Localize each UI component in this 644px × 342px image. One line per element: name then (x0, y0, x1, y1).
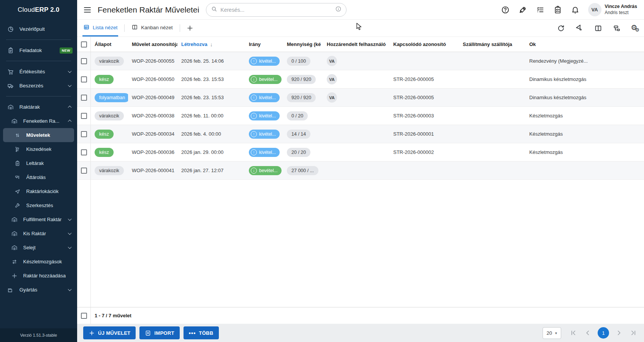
warehouse-icon (11, 117, 18, 125)
sidebar-item-áttárolás[interactable]: Áttárolás (0, 170, 77, 184)
previous-page-icon[interactable] (583, 328, 592, 337)
operation-id: WOP-2026-000049 (128, 89, 177, 106)
sidebar-item-label: Gyártás (19, 287, 37, 293)
row-checkbox[interactable] (77, 162, 91, 179)
reason: Rendezvény (Megjegyzé... (525, 52, 644, 70)
sidebar-item-kis-raktár[interactable]: Kis Raktár (0, 226, 77, 241)
row-checkbox[interactable] (77, 107, 91, 125)
tab-lista-nezet[interactable]: Lista nézet (82, 20, 118, 36)
help-icon[interactable] (501, 5, 510, 14)
operation-id: WOP-2026-000041 (128, 162, 177, 179)
sidebar-item-vezérlőpult[interactable]: Vezérlőpult (0, 22, 77, 36)
row-checkbox[interactable] (77, 70, 91, 88)
current-page-button[interactable]: 1 (598, 327, 609, 339)
direction-chip: ↑kivétel... (249, 93, 280, 102)
sidebar-item-leltárak[interactable]: Leltárak (0, 156, 77, 170)
sidebar-item-szerkesztés[interactable]: Szerkesztés (0, 198, 77, 212)
table-row[interactable]: készWOP-2026-0000342026 feb. 4. 00:00↑ki… (77, 125, 644, 143)
table-view-icon (83, 24, 90, 32)
search-input[interactable] (220, 7, 332, 13)
column-header-allapot[interactable]: Állapot (91, 37, 128, 52)
reason: Dinamikus készletmozgás (525, 89, 644, 106)
table-row[interactable]: készWOP-2026-0000362026 jan. 29. 00:00↑k… (77, 143, 644, 162)
view-actions: ⚙⚙ (556, 20, 637, 36)
select-all-checkbox[interactable] (77, 37, 91, 52)
first-page-icon[interactable] (569, 328, 578, 337)
brand-regular: Cloud (18, 6, 35, 14)
row-checkbox[interactable] (77, 52, 91, 70)
column-header-ok[interactable]: Ok (525, 37, 644, 52)
table-row[interactable]: folyamatbanWOP-2026-0000492026 feb. 23. … (77, 89, 644, 107)
status-badge: kész (95, 148, 114, 157)
column-header-szallitmany-szallitoja[interactable]: Szállítmány szállítója (459, 37, 525, 52)
table-row[interactable]: készWOP-2026-0000502026 feb. 23. 15:53↓b… (77, 70, 644, 89)
clipboard-tasks-icon[interactable] (553, 5, 562, 14)
table-row[interactable]: várakozikWOP-2026-0000552026 feb. 25. 14… (77, 52, 644, 70)
sidebar-item-selejt[interactable]: Selejt (0, 241, 77, 255)
notifications-bell-icon[interactable] (571, 5, 580, 14)
filter-icon[interactable] (575, 24, 584, 33)
sidebar-divider (6, 40, 71, 40)
row-checkbox[interactable] (77, 143, 91, 161)
warehouse-icon (7, 103, 14, 111)
columns-icon[interactable] (593, 24, 603, 33)
sidebar-item-feneketlen-ra-[interactable]: Feneketlen Ra... (0, 114, 77, 128)
settings-gears-icon[interactable]: ⚙⚙ (631, 24, 637, 32)
row-checkbox[interactable] (77, 89, 91, 106)
shipment-carrier (459, 143, 525, 161)
sidebar-item-label: Selejt (23, 245, 36, 250)
table-row[interactable]: várakozikWOP-2026-0000382026 feb. 11. 00… (77, 107, 644, 125)
sidebar-item-gyártás[interactable]: Gyártás (0, 283, 77, 297)
direction-arrow-icon: ↓ (251, 76, 257, 82)
sidebar-item-kiszedések[interactable]: Kiszedések (0, 142, 77, 156)
column-header-irany[interactable]: Irány (245, 37, 283, 52)
search-box[interactable] (206, 3, 347, 17)
shipment-carrier (459, 52, 525, 70)
sidebar-divider (6, 96, 71, 97)
sidebar-item-beszerzés[interactable]: Beszerzés (0, 79, 77, 93)
summary-checkbox[interactable] (77, 307, 91, 324)
direction-arrow-icon: ↓ (251, 168, 257, 174)
more-dots-icon: ••• (189, 330, 196, 336)
column-header-muvelet-azonositoja[interactable]: Művelet azonosítója (128, 37, 177, 52)
sidebar-item-raktár-hozzáadása[interactable]: Raktár hozzáadása (0, 269, 77, 283)
sidebar-item-készletmozgások[interactable]: Készletmozgások (0, 255, 77, 269)
import-button[interactable]: IMPORT (139, 326, 179, 339)
sidebar: CloudERP 2.0 VezérlőpultFeladatokNEWÉrté… (0, 0, 77, 342)
page-size-select[interactable]: 20 ▾ (543, 327, 562, 339)
rocket-icon[interactable] (518, 5, 527, 14)
tab-kanban-nezet[interactable]: Kanban nézet (131, 20, 173, 36)
hamburger-menu-icon[interactable] (82, 5, 92, 15)
sidebar-item-műveletek[interactable]: Műveletek (3, 128, 74, 142)
search-info-icon[interactable] (335, 6, 342, 14)
column-header-kapcsolodo-azonosito[interactable]: Kapcsolódó azonosító (389, 37, 459, 52)
sidebar-item-értékesítés[interactable]: Értékesítés (0, 65, 77, 79)
column-header-mennyiseg[interactable]: Mennyiség (ké (283, 37, 323, 52)
user-menu[interactable]: VA Vincze András Andris teszt (588, 3, 637, 16)
row-checkbox[interactable] (77, 125, 91, 143)
sidebar-item-label: Áttárolás (26, 174, 46, 180)
sidebar-item-raktárlokációk[interactable]: Raktárlokációk (0, 184, 77, 198)
column-header-hozzarendelt-felhasznalo[interactable]: Hozzárendelt felhasználó (323, 37, 389, 52)
checklist-icon[interactable] (536, 5, 545, 14)
new-operation-button[interactable]: ÚJ MŰVELET (83, 326, 136, 339)
new-badge: NEW (60, 48, 73, 54)
table-row[interactable]: várakozikWOP-2026-0000412026 jan. 27. 12… (77, 162, 644, 180)
sidebar-item-label: Kis Raktár (23, 231, 46, 236)
direction-chip: ↑kivétel... (249, 111, 280, 120)
sidebar-item-fulfillment-raktár[interactable]: Fulfillment Raktár (0, 212, 77, 226)
add-view-button[interactable] (186, 20, 194, 36)
more-button[interactable]: ••• TÖBB (184, 326, 219, 339)
sidebar-item-feladatok[interactable]: FeladatokNEW (0, 43, 77, 57)
last-page-icon[interactable] (629, 328, 638, 337)
sidebar-item-raktárak[interactable]: Raktárak (0, 100, 77, 114)
column-header-letrehozva[interactable]: Létrehozva ↓ (177, 37, 245, 52)
sidebar-item-label: Leltárak (26, 160, 44, 166)
quantity-pill: 0 / 20 (287, 111, 308, 120)
schema-icon[interactable] (612, 24, 621, 33)
tab-separator (124, 24, 125, 32)
next-page-icon[interactable] (614, 328, 623, 337)
refresh-icon[interactable] (556, 24, 565, 33)
cart-icon (7, 68, 14, 76)
page-title: Feneketlen Raktár Műveletei (98, 5, 199, 14)
